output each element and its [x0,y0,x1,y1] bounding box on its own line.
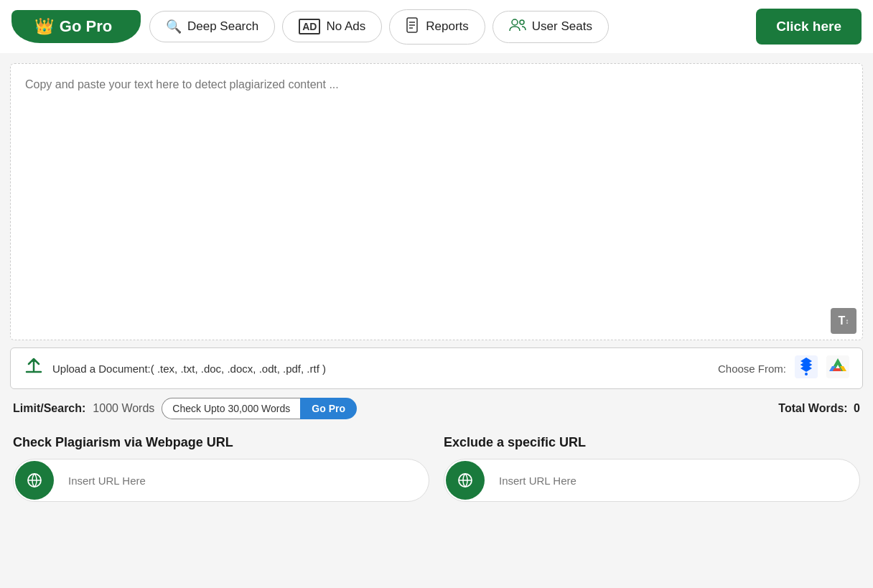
search-icon: 🔍 [166,19,182,34]
user-seats-pill[interactable]: User Seats [492,11,609,43]
upload-icon [24,356,44,381]
user-seats-icon [509,19,526,35]
reports-icon [406,17,420,37]
exclude-url-title: Exclude a specific URL [444,435,860,450]
svg-point-4 [512,19,518,25]
limit-row: Limit/Search: 1000 Words Check Upto 30,0… [10,389,863,428]
ad-block-icon: AD [299,19,320,34]
go-pro-button[interactable]: 👑 Go Pro [11,10,141,43]
upload-row: Upload a Document:( .tex, .txt, .doc, .d… [10,347,863,389]
webpage-url-input-row [13,459,429,502]
upload-label[interactable]: Upload a Document:( .tex, .txt, .doc, .d… [52,363,326,375]
limit-label: Limit/Search: [13,402,85,415]
deep-search-pill[interactable]: 🔍 Deep Search [149,11,275,42]
feature-pills: 🔍 Deep Search AD No Ads Reports [149,9,747,45]
main-text-input[interactable] [11,64,862,337]
limit-words: 1000 Words [93,402,154,415]
url-sections: Check Plagiarism via Webpage URL Exclude… [10,428,863,509]
deep-search-label: Deep Search [187,19,258,34]
exclude-url-icon [446,461,485,500]
reports-pill[interactable]: Reports [389,9,485,45]
header: 👑 Go Pro 🔍 Deep Search AD No Ads Rep [0,0,873,53]
exclude-url-section: Exclude a specific URL [444,435,860,502]
reports-label: Reports [426,19,469,34]
go-pro-label: Go Pro [60,17,112,36]
check-upto-group: Check Upto 30,000 Words Go Pro [162,398,357,419]
webpage-url-title: Check Plagiarism via Webpage URL [13,435,429,450]
google-drive-icon[interactable] [826,355,849,381]
webpage-url-section: Check Plagiarism via Webpage URL [13,435,429,502]
choose-from: Choose From: [718,355,849,381]
crown-icon: 👑 [34,17,54,36]
total-words: Total Words: 0 [778,402,860,415]
main-content: T↕ Upload a Document:( .tex, .txt, .doc,… [0,53,873,509]
upload-left: Upload a Document:( .tex, .txt, .doc, .d… [24,356,326,381]
no-ads-label: No Ads [326,19,365,34]
svg-point-11 [805,373,808,375]
check-upto-button[interactable]: Check Upto 30,000 Words [162,398,300,419]
user-seats-label: User Seats [532,19,592,34]
webpage-url-input[interactable] [55,465,429,497]
go-pro-small-button[interactable]: Go Pro [300,398,357,419]
dropbox-icon[interactable] [795,355,818,381]
text-format-icon: T↕ [831,308,856,334]
webpage-url-icon [15,461,54,500]
no-ads-pill[interactable]: AD No Ads [282,11,382,42]
text-area-container: T↕ [10,63,863,340]
choose-from-label: Choose From: [718,363,786,375]
svg-point-5 [520,20,524,24]
click-here-button[interactable]: Click here [756,9,862,45]
svg-marker-16 [833,368,841,371]
total-words-label: Total Words: 0 [778,402,860,414]
exclude-url-input-row [444,459,860,502]
limit-left: Limit/Search: 1000 Words Check Upto 30,0… [13,398,357,419]
exclude-url-input[interactable] [486,465,859,497]
